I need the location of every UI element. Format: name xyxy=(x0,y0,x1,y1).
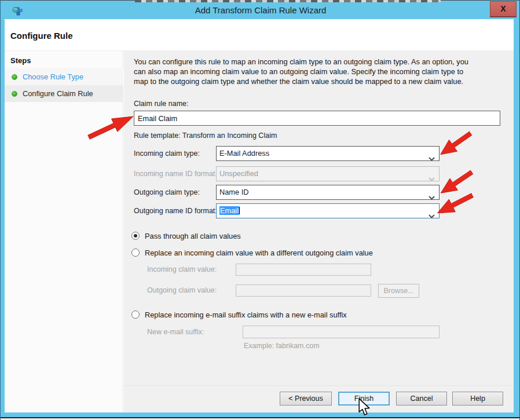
chevron-down-icon xyxy=(429,209,435,223)
adfs-wizard-icon xyxy=(12,6,23,16)
incoming-claim-type-combobox[interactable]: E-Mail Address xyxy=(216,146,440,161)
steps-heading: Steps xyxy=(10,56,31,65)
radio-replace-email-suffix[interactable] xyxy=(131,311,140,319)
help-button[interactable]: Help xyxy=(452,392,503,406)
combobox-value: E-Mail Address xyxy=(219,149,269,158)
incoming-claim-type-label: Incoming claim type: xyxy=(134,149,200,158)
outgoing-claim-value-input xyxy=(236,284,371,297)
incoming-claim-value-label: Incoming claim value: xyxy=(147,265,217,273)
previous-button[interactable]: < Previous xyxy=(280,392,332,406)
dialog-body: Configure Rule Steps Choose Rule Type Co… xyxy=(5,19,514,412)
incoming-name-id-format-label: Incoming name ID format: xyxy=(134,170,217,178)
selected-text: Email xyxy=(219,206,239,215)
radio-selected-dot xyxy=(134,234,137,238)
incoming-name-id-format-combobox: Unspecified xyxy=(216,166,440,181)
new-email-suffix-input xyxy=(243,326,440,338)
rule-template-text: Rule template: Transform an Incoming Cla… xyxy=(134,132,277,140)
description-text: map to the outgoing claim type and wheth… xyxy=(134,77,463,86)
description-text: can also map an incoming claim value to … xyxy=(134,67,463,76)
browse-button: Browse... xyxy=(378,284,419,298)
sidebar-item-label: Configure Claim Rule xyxy=(23,89,93,98)
radio-pass-through-label: Pass through all claim values xyxy=(145,232,241,240)
add-transform-claim-rule-wizard-window: Add Transform Claim Rule Wizard X Config… xyxy=(0,0,520,420)
outgoing-claim-type-combobox[interactable]: Name ID xyxy=(216,185,440,200)
mouse-cursor xyxy=(358,398,371,417)
outgoing-name-id-format-combobox[interactable]: Email xyxy=(216,203,440,218)
page-title: Configure Rule xyxy=(10,31,73,41)
green-dot-icon xyxy=(12,91,17,97)
sidebar-item-choose-rule-type[interactable]: Choose Rule Type xyxy=(5,68,123,85)
sidebar-item-configure-claim-rule[interactable]: Configure Claim Rule xyxy=(5,85,123,102)
incoming-claim-value-input xyxy=(236,264,371,276)
new-email-suffix-label: New e-mail suffix: xyxy=(147,328,204,336)
button-bar-divider xyxy=(124,386,514,387)
chevron-down-icon xyxy=(429,152,435,166)
close-button[interactable]: X xyxy=(490,1,517,17)
claim-rule-name-label: Claim rule name: xyxy=(134,100,188,108)
description-text: You can configure this rule to map an in… xyxy=(134,57,468,66)
sidebar-item-label: Choose Rule Type xyxy=(23,72,83,81)
background-window-remnant xyxy=(135,0,441,2)
example-text: Example: fabrikam.com xyxy=(244,342,320,350)
combobox-value: Name ID xyxy=(219,188,249,196)
steps-sidebar: Steps Choose Rule Type Configure Claim R… xyxy=(5,51,123,412)
chevron-down-icon xyxy=(429,191,435,204)
combobox-value: Unspecified xyxy=(219,169,258,178)
radio-replace-claim-value-label: Replace an incoming claim value with a d… xyxy=(145,249,373,257)
dialog-header: Configure Rule xyxy=(5,19,514,51)
chevron-down-icon xyxy=(429,172,435,186)
outgoing-claim-type-label: Outgoing claim type: xyxy=(134,188,200,196)
claim-rule-name-input[interactable] xyxy=(134,111,500,126)
text-caret xyxy=(239,207,240,214)
radio-pass-through[interactable] xyxy=(131,232,140,240)
main-panel: You can configure this rule to map an in… xyxy=(124,51,514,412)
radio-replace-email-suffix-label: Replace incoming e-mail suffix claims wi… xyxy=(145,311,347,319)
outgoing-claim-value-label: Outgoing claim value: xyxy=(147,286,217,294)
window-title: Add Transform Claim Rule Wizard xyxy=(1,5,520,15)
radio-replace-claim-value[interactable] xyxy=(131,249,140,257)
cancel-button[interactable]: Cancel xyxy=(396,392,447,406)
green-dot-icon xyxy=(12,74,17,80)
outgoing-name-id-format-label: Outgoing name ID format: xyxy=(134,207,217,215)
